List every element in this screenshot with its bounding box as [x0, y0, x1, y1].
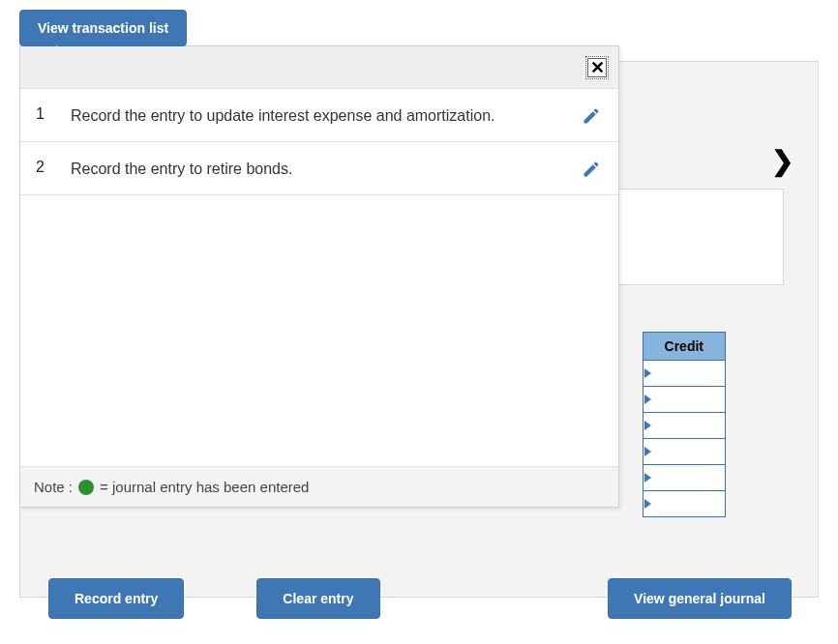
popup-header: ✕ — [20, 46, 618, 89]
journal-credit-column: Credit — [643, 332, 726, 517]
credit-cell[interactable] — [643, 439, 725, 465]
pencil-icon[interactable] — [582, 160, 601, 179]
dropdown-triangle-icon — [644, 421, 651, 430]
credit-cell[interactable] — [643, 413, 725, 439]
popup-note: Note : = journal entry has been entered — [20, 466, 618, 507]
clear-entry-button[interactable]: Clear entry — [256, 578, 379, 619]
dropdown-triangle-icon — [644, 499, 651, 509]
credit-cell[interactable] — [643, 465, 725, 491]
entered-indicator-icon — [78, 480, 94, 495]
view-transaction-list-button[interactable]: View transaction list — [19, 10, 187, 46]
action-button-bar: Record entry Clear entry View general jo… — [19, 577, 819, 620]
dropdown-triangle-icon — [644, 473, 651, 483]
dropdown-triangle-icon — [644, 368, 651, 378]
credit-header: Credit — [643, 333, 725, 361]
transaction-row[interactable]: 1Record the entry to update interest exp… — [20, 89, 618, 142]
transaction-text: Record the entry to retire bonds. — [59, 158, 582, 181]
next-chevron-icon[interactable]: ❯ — [771, 145, 793, 177]
transaction-number: 1 — [36, 105, 59, 123]
close-icon[interactable]: ✕ — [585, 56, 609, 79]
transaction-list-popup: ✕ 1Record the entry to update interest e… — [19, 45, 619, 508]
transaction-row[interactable]: 2Record the entry to retire bonds. — [20, 142, 618, 195]
pencil-icon[interactable] — [582, 106, 601, 126]
transaction-list: 1Record the entry to update interest exp… — [20, 89, 618, 466]
record-entry-button[interactable]: Record entry — [48, 578, 184, 619]
credit-cell[interactable] — [643, 387, 725, 413]
note-suffix: = journal entry has been entered — [100, 479, 309, 495]
transaction-text: Record the entry to update interest expe… — [59, 104, 582, 128]
note-prefix: Note : — [34, 479, 73, 495]
credit-cell[interactable] — [643, 491, 725, 517]
transaction-number: 2 — [36, 159, 59, 176]
dropdown-triangle-icon — [644, 447, 651, 456]
credit-cell[interactable] — [643, 361, 725, 387]
view-general-journal-button[interactable]: View general journal — [608, 578, 792, 619]
dropdown-triangle-icon — [644, 395, 651, 404]
